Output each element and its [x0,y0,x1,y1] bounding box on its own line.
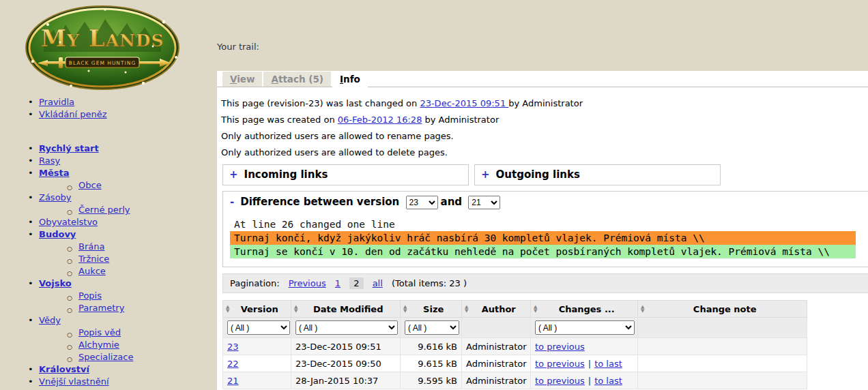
collapse-icon[interactable]: - [230,196,234,208]
sidebar-item-alchymie[interactable]: Alchymie [0,339,217,351]
sidebar-item-pravidla[interactable]: Pravidla [0,96,217,108]
diff-version-from-select[interactable]: 23 [406,196,438,209]
sidebar-item-parametry[interactable]: Parametry [0,302,217,314]
sidebar-link[interactable]: Města [39,168,69,178]
sidebar-item-rychly-start[interactable]: Rychlý start [0,142,217,155]
sidebar-item-obyvatelstvo[interactable]: Obyvatelstvo [0,216,217,228]
rename-permission-line: Only authorized users are allowed to ren… [221,128,868,145]
header-date-modified[interactable]: ▲▼Date Modified [291,301,401,318]
header-author[interactable]: ▲▼Author [462,301,531,318]
pagination-previous-link[interactable]: Previous [289,278,326,288]
pagination-all-link[interactable]: all [373,278,383,288]
sidebar-link[interactable]: Pravidla [39,97,74,107]
sidebar-link[interactable]: Černé perly [78,205,130,215]
sidebar-item-vkladani-penez[interactable]: Vkládání peněz [0,108,217,121]
sidebar-item-mesta[interactable]: Města [0,167,217,179]
content-panel: View Attach (5) Info This page (revision… [217,71,868,390]
header-size[interactable]: ▲▼Size [401,301,462,318]
diff-header: -Difference between version 23and 21 [230,196,868,209]
sidebar-item-zasoby[interactable]: Zásoby [0,192,217,204]
sidebar-link[interactable]: Rasy [39,155,60,166]
to-previous-link[interactable]: to previous [535,342,585,352]
sidebar-link[interactable]: Tržnice [78,254,109,264]
diff-added-line: Turnaj se končí v 10. den od začátku neh… [230,245,856,258]
sidebar-link[interactable]: Vnější vlastnění [39,376,109,387]
date-filter-select[interactable]: ( All ) [295,320,398,335]
header-version[interactable]: ▲▼Version [223,301,291,318]
sidebar-link[interactable]: Obyvatelstvo [39,217,98,227]
author-cell: Administrator [462,338,531,355]
header-changes[interactable]: ▲▼Changes ... [531,301,638,318]
changes-filter-select[interactable]: ( All ) [535,320,635,335]
sidebar-item-brana[interactable]: Brána [0,241,217,253]
sidebar-item-kralovstvi[interactable]: Království [0,363,217,376]
expand-icon[interactable]: + [229,168,238,181]
sort-icon[interactable]: ▲▼ [534,305,537,313]
size-filter-select[interactable]: ( All ) [405,320,459,335]
created-date-link[interactable]: 06-Feb-2012 16:28 [338,115,422,125]
sort-icon[interactable]: ▲▼ [403,305,407,313]
sidebar-link[interactable]: Aukce [78,266,106,276]
date-cell: 28-Jan-2015 10:37 [291,372,401,389]
created-author: by Administrator [422,115,499,125]
sidebar-link[interactable]: Popis věd [78,327,121,338]
sidebar-item-vojsko[interactable]: Vojsko [0,278,217,290]
last-changed-date-link[interactable]: 23-Dec-2015 09:51 [420,98,508,108]
incoming-links-box[interactable]: +Incoming links [222,164,469,185]
to-previous-link[interactable]: to previous [535,359,585,369]
sidebar-item-vedy[interactable]: Vědy [0,314,217,327]
sidebar-item-rasy[interactable]: Rasy [0,155,217,167]
sidebar-item-budovy[interactable]: Budovy [0,228,217,241]
version-link[interactable]: 22 [227,359,239,369]
sidebar-item-cerne-perly[interactable]: Černé perly [0,204,217,216]
sidebar-link[interactable]: Vkládání peněz [39,109,107,119]
incoming-links-title: Incoming links [244,168,328,181]
to-last-link[interactable]: to last [594,376,622,386]
pagination-page-1-link[interactable]: 1 [335,278,341,288]
sidebar-link[interactable]: Popis [78,290,102,301]
pagination-total: (Total items: 23 ) [392,278,467,288]
sidebar-item-popis[interactable]: Popis [0,290,217,302]
sidebar-link[interactable]: Specializace [78,352,133,362]
sidebar-link[interactable]: Vojsko [39,278,72,288]
last-changed-text: This page (revision-23) was last changed… [221,98,420,108]
tab-info[interactable]: Info [332,72,368,87]
sidebar-item-vnejsi-vlastneni[interactable]: Vnější vlastnění [0,376,217,388]
header-change-note[interactable]: ▲▼Change note [638,301,807,318]
sidebar-item-popis-ved[interactable]: Popis věd [0,327,217,339]
diff-context-line: At line 26 changed one line [230,217,868,231]
mylands-logo[interactable]: MY LANDS BLACK GEM HUNTING [23,4,182,93]
diff-title: Difference between version [240,196,399,208]
sidebar-link[interactable]: Obce [78,180,102,190]
sidebar-link[interactable]: Brána [78,241,104,252]
sidebar-link[interactable]: Alchymie [78,340,119,350]
version-link[interactable]: 21 [227,376,239,386]
sidebar-item-aukce[interactable]: Aukce [0,265,217,278]
sidebar-item-obce[interactable]: Obce [0,179,217,192]
version-filter-select[interactable]: ( All ) [227,320,290,335]
sidebar-link[interactable]: Vědy [39,315,61,325]
sidebar-link[interactable]: Rychlý start [39,143,99,153]
to-previous-link[interactable]: to previous [535,376,585,386]
diff-conjunction: and [441,196,463,208]
tab-view[interactable]: View [222,72,262,87]
expand-icon[interactable]: + [481,168,490,181]
sidebar-link[interactable]: Parametry [78,303,124,313]
sidebar-link[interactable]: Království [39,364,89,374]
sidebar-item-specializace[interactable]: Specializace [0,351,217,363]
sidebar-link[interactable]: Budovy [39,229,76,239]
sort-icon[interactable]: ▲▼ [465,305,468,313]
sort-icon[interactable]: ▲▼ [641,305,644,313]
sort-icon[interactable]: ▲▼ [294,305,298,313]
diff-version-to-select[interactable]: 21 [468,196,500,209]
outgoing-links-title: Outgoing links [496,168,580,181]
outgoing-links-box[interactable]: +Outgoing links [474,164,721,185]
sidebar-item-trznice[interactable]: Tržnice [0,253,217,265]
to-last-link[interactable]: to last [594,359,622,369]
tab-attach[interactable]: Attach (5) [263,72,331,87]
version-link[interactable]: 23 [227,342,239,352]
sort-icon[interactable]: ▲▼ [226,305,229,313]
diff-box: -Difference between version 23and 21 At … [222,191,868,267]
table-header-row: ▲▼Version ▲▼Date Modified ▲▼Size ▲▼Autho… [223,301,807,318]
sidebar-link[interactable]: Zásoby [39,192,72,202]
